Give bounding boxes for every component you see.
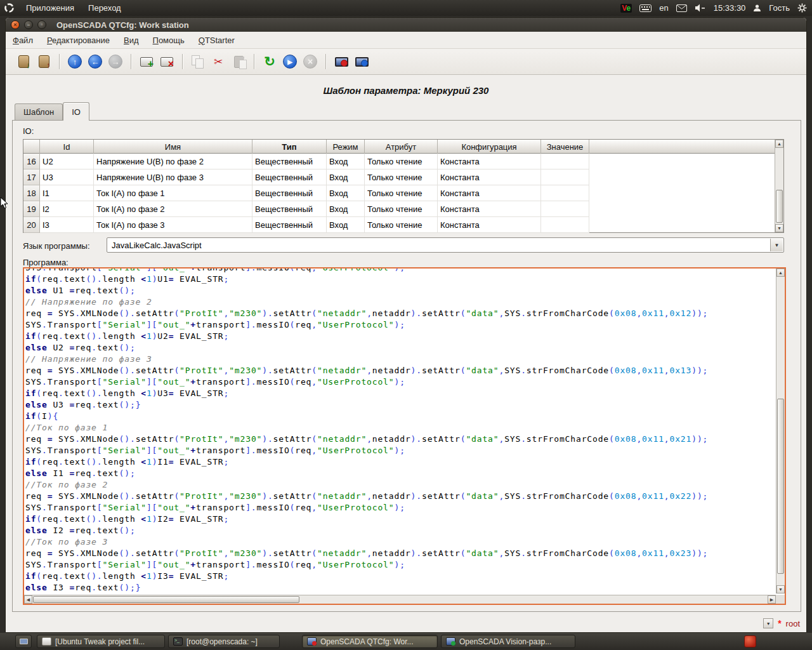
titlebar[interactable]: × – ▫ OpenSCADA QTCfg: Work station xyxy=(6,18,806,32)
cut-item-button[interactable]: ✂ xyxy=(208,51,228,72)
table-cell[interactable]: U2 xyxy=(40,154,94,169)
applications-menu[interactable]: Приложения xyxy=(23,2,77,14)
copy-item-button[interactable] xyxy=(188,51,208,72)
table-cell[interactable]: Ток I(А) по фазе 3 xyxy=(94,217,252,233)
column-header-4[interactable]: Режим xyxy=(327,140,365,154)
scroll-up-icon[interactable]: ▲ xyxy=(775,140,783,148)
remote-station-2-button[interactable] xyxy=(351,51,372,72)
table-cell[interactable]: Напряжение U(В) по фазе 2 xyxy=(94,154,252,169)
program-code-editor[interactable]: SYS.Transport["Serial"]["out_"+transport… xyxy=(23,267,786,605)
scroll-down-icon[interactable]: ▼ xyxy=(775,224,783,232)
column-header-5[interactable]: Атрибут xyxy=(365,140,438,154)
refresh-button[interactable]: ↻ xyxy=(259,51,280,72)
table-cell[interactable] xyxy=(541,154,589,169)
keyboard-layout-indicator[interactable]: en xyxy=(659,3,668,13)
editor-hscroll-thumb[interactable] xyxy=(33,596,299,603)
table-cell[interactable]: Вход xyxy=(327,201,365,217)
paste-item-button[interactable] xyxy=(228,51,249,72)
table-cell[interactable]: Вещественный xyxy=(252,201,327,217)
table-cell[interactable]: Константа xyxy=(438,169,541,185)
table-cell[interactable]: Вход xyxy=(327,169,365,185)
scroll-down-icon[interactable]: ▼ xyxy=(776,585,785,594)
gear-icon[interactable] xyxy=(797,3,807,13)
row-number[interactable]: 17 xyxy=(23,169,40,185)
table-cell[interactable]: Вход xyxy=(327,185,365,201)
scroll-left-icon[interactable]: ◀ xyxy=(24,595,32,604)
table-cell[interactable]: U3 xyxy=(40,169,94,185)
taskbar-window-4[interactable]: OpenSCADA Vision-разр... xyxy=(441,635,575,648)
column-header-2[interactable]: Имя xyxy=(94,140,252,154)
maximize-button[interactable]: ▫ xyxy=(37,20,46,29)
table-cell[interactable]: Только чтение xyxy=(365,201,438,217)
table-cell[interactable]: I1 xyxy=(40,185,94,201)
column-header-1[interactable]: Id xyxy=(40,140,94,154)
editor-vertical-scrollbar[interactable]: ▲ ▼ xyxy=(776,269,785,594)
table-cell[interactable]: Константа xyxy=(438,201,541,217)
table-cell[interactable]: Вещественный xyxy=(252,185,327,201)
session-user-label[interactable]: Гость xyxy=(769,3,790,13)
language-combobox[interactable]: JavaLikeCalc.JavaScript ▼ xyxy=(107,237,784,253)
table-cell[interactable]: Напряжение U(В) по фазе 3 xyxy=(94,169,252,185)
table-cell[interactable]: Вход xyxy=(327,154,365,169)
tab-template[interactable]: Шаблон xyxy=(15,103,63,121)
table-cell[interactable]: Константа xyxy=(438,217,541,233)
statusbar-chevron-icon[interactable]: ▼ xyxy=(763,618,773,628)
table-cell[interactable]: I3 xyxy=(40,217,94,233)
add-item-button[interactable] xyxy=(136,51,157,72)
menu-edit[interactable]: Редактирование xyxy=(40,32,117,48)
column-header-6[interactable]: Конфигурация xyxy=(438,140,541,154)
table-cell[interactable]: Вход xyxy=(327,217,365,233)
table-cell[interactable]: Вещественный xyxy=(252,169,327,185)
scroll-up-icon[interactable]: ▲ xyxy=(776,269,785,277)
start-updating-button[interactable]: ▶ xyxy=(280,51,300,72)
keyboard-icon[interactable] xyxy=(639,4,652,12)
table-cell[interactable]: Только чтение xyxy=(365,185,438,201)
table-cell[interactable]: Константа xyxy=(438,185,541,201)
ve-tray-icon[interactable]: Ve xyxy=(620,4,632,13)
taskbar-window-3[interactable]: OpenSCADA QTCfg: Wor... xyxy=(302,635,438,648)
row-number[interactable]: 16 xyxy=(23,154,40,169)
table-cell[interactable] xyxy=(541,185,589,201)
remote-station-button[interactable] xyxy=(331,51,351,72)
editor-horizontal-scrollbar[interactable]: ◀ ▶ xyxy=(24,595,776,604)
code-view[interactable]: SYS.Transport["Serial"]["out_"+transport… xyxy=(25,269,775,594)
chevron-down-icon[interactable]: ▼ xyxy=(770,239,783,251)
scroll-right-icon[interactable]: ▶ xyxy=(768,595,776,604)
clock[interactable]: 15:33:30 xyxy=(714,3,746,13)
current-user-label[interactable]: root xyxy=(786,619,800,628)
show-desktop-button[interactable] xyxy=(15,635,32,648)
row-number[interactable]: 19 xyxy=(23,201,40,217)
minimize-button[interactable]: – xyxy=(24,20,33,29)
tray-openscada-icon[interactable] xyxy=(744,635,756,647)
taskbar-window-2[interactable]: [root@openscada: ~] xyxy=(168,635,280,648)
table-cell[interactable]: Константа xyxy=(438,154,541,169)
table-cell[interactable]: Только чтение xyxy=(365,169,438,185)
close-button[interactable]: × xyxy=(11,20,20,29)
load-button[interactable] xyxy=(13,51,34,72)
taskbar-window-1[interactable]: [Ubuntu Tweak project fil... xyxy=(37,635,165,648)
up-button[interactable]: ↑ xyxy=(65,51,85,72)
row-number[interactable]: 20 xyxy=(23,217,40,233)
table-vertical-scrollbar[interactable]: ▲ ▼ xyxy=(775,140,783,232)
table-cell[interactable]: Вещественный xyxy=(252,217,327,233)
delete-item-button[interactable] xyxy=(157,51,177,72)
column-header-7[interactable]: Значение xyxy=(541,140,589,154)
menu-view[interactable]: Вид xyxy=(117,32,146,48)
table-cell[interactable]: Только чтение xyxy=(365,154,438,169)
save-button[interactable] xyxy=(34,51,54,72)
back-button[interactable]: ← xyxy=(85,51,105,72)
menu-help[interactable]: Помощь xyxy=(146,32,192,48)
table-cell[interactable]: Ток I(А) по фазе 2 xyxy=(94,201,252,217)
ubuntu-logo-icon[interactable] xyxy=(4,3,15,13)
io-table[interactable]: IdИмяТипРежимАтрибутКонфигурацияЗначение… xyxy=(23,139,784,233)
row-number[interactable]: 18 xyxy=(23,185,40,201)
forward-button[interactable]: → xyxy=(105,51,126,72)
places-menu[interactable]: Переход xyxy=(86,2,124,14)
editor-vscroll-thumb[interactable] xyxy=(777,399,784,574)
table-cell[interactable]: Вещественный xyxy=(252,154,327,169)
table-cell[interactable]: Ток I(А) по фазе 1 xyxy=(94,185,252,201)
menu-file[interactable]: Файл xyxy=(6,32,40,48)
tab-io[interactable]: IO xyxy=(63,102,89,121)
column-header-3[interactable]: Тип xyxy=(252,140,327,154)
table-cell[interactable] xyxy=(541,201,589,217)
